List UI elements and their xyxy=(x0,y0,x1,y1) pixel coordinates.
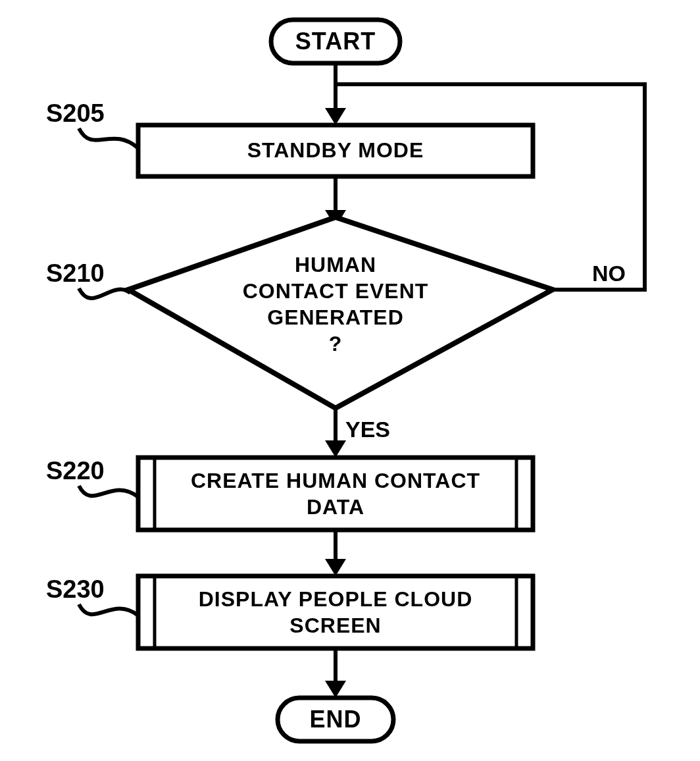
svg-text:S230: S230 xyxy=(46,575,105,603)
arrow-s210-to-s220 xyxy=(325,408,346,458)
process-create-human-contact-data: CREATE HUMAN CONTACT DATA xyxy=(138,458,533,530)
s210-line3: GENERATED xyxy=(267,305,404,329)
svg-marker-22 xyxy=(325,681,346,698)
arrow-s230-to-end xyxy=(325,648,346,698)
s230-line2: SCREEN xyxy=(289,614,381,637)
s205-label: STANDBY MODE xyxy=(247,138,424,162)
svg-text:S220: S220 xyxy=(46,457,105,485)
process-standby-mode: STANDBY MODE xyxy=(138,125,533,176)
end-label: END xyxy=(309,706,361,733)
s230-id-label: S230 xyxy=(46,575,138,616)
svg-marker-10 xyxy=(325,440,346,458)
s210-line1: HUMAN xyxy=(295,253,376,276)
s220-line2: DATA xyxy=(307,495,364,519)
arrow-start-to-s205 xyxy=(325,63,346,125)
s205-id-label: S205 xyxy=(46,99,138,148)
process-display-people-cloud-screen: DISPLAY PEOPLE CLOUD SCREEN xyxy=(138,576,533,648)
flowchart-svg: START STANDBY MODE S205 HUMAN CONTACT EV… xyxy=(0,0,700,761)
branch-no-label: NO xyxy=(592,261,626,286)
end-terminal: END xyxy=(278,698,393,741)
svg-marker-2 xyxy=(325,108,346,125)
branch-yes-label: YES xyxy=(345,417,390,442)
s230-line1: DISPLAY PEOPLE CLOUD xyxy=(199,587,473,611)
svg-text:S210: S210 xyxy=(46,259,105,287)
s210-line4: ? xyxy=(329,332,343,355)
s220-id-label: S220 xyxy=(46,457,138,497)
s210-line2: CONTACT EVENT xyxy=(243,279,429,303)
start-terminal: START xyxy=(271,20,400,63)
s220-line1: CREATE HUMAN CONTACT xyxy=(191,469,480,492)
s210-id-label: S210 xyxy=(46,259,130,298)
svg-marker-16 xyxy=(325,559,346,576)
start-label: START xyxy=(295,28,376,55)
svg-text:S205: S205 xyxy=(46,99,105,127)
arrow-s220-to-s230 xyxy=(325,530,346,576)
decision-human-contact-event: HUMAN CONTACT EVENT GENERATED ? xyxy=(128,217,553,408)
